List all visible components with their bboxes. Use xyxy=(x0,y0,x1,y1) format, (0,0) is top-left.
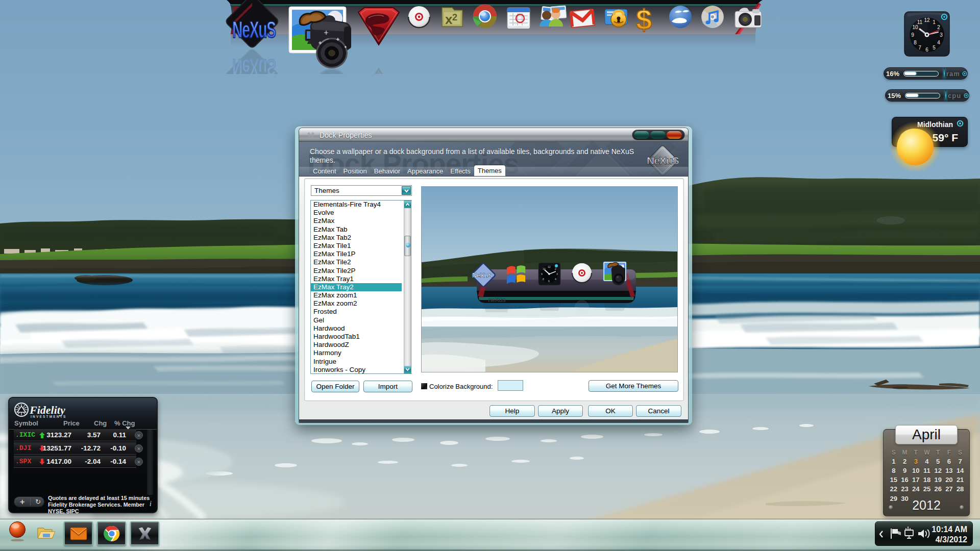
svg-text:2: 2 xyxy=(452,12,457,22)
svg-text:2: 2 xyxy=(937,24,940,30)
svg-text:NeXuS: NeXuS xyxy=(472,271,493,279)
svg-text:$: $ xyxy=(636,4,652,36)
svg-text:x: x xyxy=(445,12,453,27)
svg-text:3: 3 xyxy=(940,32,943,38)
svg-text:6: 6 xyxy=(925,47,928,53)
svg-text:10: 10 xyxy=(912,24,918,30)
svg-text:3: 3 xyxy=(556,272,558,276)
svg-text:12: 12 xyxy=(548,265,551,268)
svg-text:5: 5 xyxy=(933,45,936,51)
svg-text:7: 7 xyxy=(918,45,921,51)
svg-text:2: 2 xyxy=(555,267,556,270)
svg-text:NeXuS: NeXuS xyxy=(232,16,276,43)
svg-text:INVESTMENTS: INVESTMENTS xyxy=(31,415,66,418)
svg-text:4: 4 xyxy=(555,278,556,281)
svg-text:8: 8 xyxy=(543,278,544,281)
svg-text:9: 9 xyxy=(541,272,543,276)
svg-text:NeXuS: NeXuS xyxy=(647,155,679,166)
svg-text:neXus: neXus xyxy=(488,296,506,304)
svg-text:1: 1 xyxy=(933,19,936,25)
svg-text:4: 4 xyxy=(937,40,940,45)
svg-text:12: 12 xyxy=(924,17,930,23)
svg-text:9: 9 xyxy=(911,32,914,38)
svg-text:6: 6 xyxy=(548,280,550,283)
svg-text:8: 8 xyxy=(914,40,917,45)
